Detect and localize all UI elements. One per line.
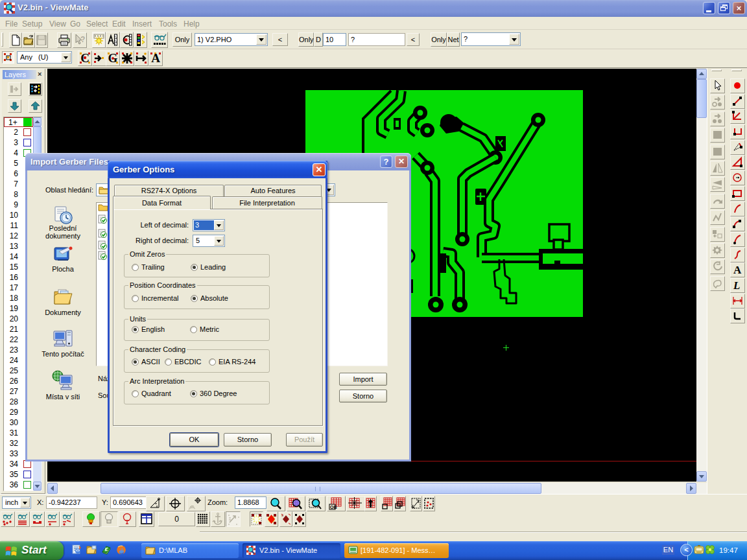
svg-text:L: L [105,547,108,552]
svg-text:L: L [733,279,740,292]
svg-text:s: s [281,513,283,517]
svg-text:OB: OB [330,505,337,509]
svg-text:?: ? [80,35,85,44]
svg-text:A: A [151,51,160,65]
svg-text:G: G [108,51,118,65]
svg-text:C: C [80,51,89,65]
svg-text:A: A [733,264,742,276]
